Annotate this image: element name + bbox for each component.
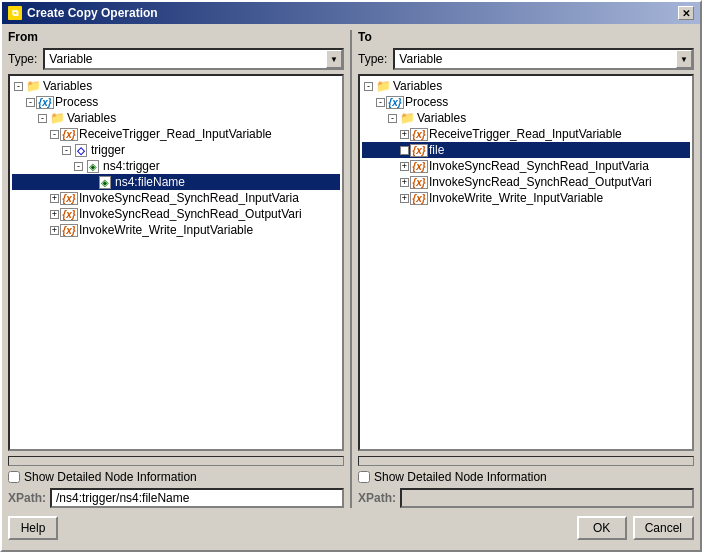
from-type-select[interactable]: Variable [43, 48, 344, 70]
panel-divider [350, 30, 352, 508]
node-label: Variables [43, 79, 92, 93]
node-icon: {x} [61, 207, 77, 221]
to-show-detail-checkbox[interactable] [358, 471, 370, 483]
node-icon: {x} [411, 191, 427, 205]
to-hscrollbar[interactable] [358, 456, 694, 466]
node-icon: {x} [37, 95, 53, 109]
tree-item[interactable]: ◈ns4:fileName [12, 174, 340, 190]
node-label: InvokeSyncRead_SynchRead_InputVaria [429, 159, 649, 173]
help-button[interactable]: Help [8, 516, 58, 540]
window-icon: ⧉ [8, 6, 22, 20]
from-title: From [8, 30, 344, 44]
to-title: To [358, 30, 694, 44]
node-label: ReceiveTrigger_Read_InputVariable [429, 127, 622, 141]
tree-item[interactable]: +{x}InvokeSyncRead_SynchRead_InputVaria [362, 158, 690, 174]
expand-icon[interactable]: + [50, 226, 59, 235]
node-label: InvokeSyncRead_SynchRead_OutputVari [429, 175, 652, 189]
node-icon: {x} [61, 191, 77, 205]
tree-item[interactable]: +{x}InvokeSyncRead_SynchRead_InputVaria [12, 190, 340, 206]
node-icon: 📁 [25, 79, 41, 93]
from-show-detail-row: Show Detailed Node Information [8, 470, 344, 484]
tree-item[interactable]: +{x}InvokeWrite_Write_InputVariable [12, 222, 340, 238]
expand-icon[interactable]: + [50, 210, 59, 219]
from-hscrollbar[interactable] [8, 456, 344, 466]
from-tree-panel[interactable]: -📁Variables-{x}Process-📁Variables-{x}Rec… [8, 74, 344, 451]
expand-icon[interactable]: + [400, 162, 409, 171]
tree-item[interactable]: -📁Variables [362, 78, 690, 94]
right-buttons: OK Cancel [577, 516, 694, 540]
expand-icon[interactable]: - [62, 146, 71, 155]
tree-item[interactable]: +{x}InvokeSyncRead_SynchRead_OutputVari [362, 174, 690, 190]
node-label: InvokeWrite_Write_InputVariable [429, 191, 603, 205]
node-icon: 📁 [399, 111, 415, 125]
tree-item[interactable]: -◈ns4:trigger [12, 158, 340, 174]
node-icon: 📁 [375, 79, 391, 93]
tree-item[interactable]: -◇trigger [12, 142, 340, 158]
tree-item[interactable]: -{x}Process [362, 94, 690, 110]
node-icon: {x} [411, 127, 427, 141]
expand-icon[interactable]: - [50, 130, 59, 139]
dialog-window: ⧉ Create Copy Operation ✕ From Type: Var… [0, 0, 702, 552]
to-tree-panel[interactable]: -📁Variables-{x}Process-📁Variables+{x}Rec… [358, 74, 694, 451]
tree-item[interactable]: +{x}InvokeWrite_Write_InputVariable [362, 190, 690, 206]
to-show-detail-row: Show Detailed Node Information [358, 470, 694, 484]
tree-item[interactable]: -{x}Process [12, 94, 340, 110]
expand-icon[interactable]: - [26, 98, 35, 107]
from-type-label: Type: [8, 52, 37, 66]
bottom-bar: Help OK Cancel [8, 512, 694, 544]
tree-item[interactable]: -📁Variables [362, 110, 690, 126]
to-type-select[interactable]: Variable [393, 48, 694, 70]
node-icon: {x} [411, 159, 427, 173]
from-type-select-wrapper[interactable]: Variable ▼ [43, 48, 344, 70]
to-type-label: Type: [358, 52, 387, 66]
expand-icon[interactable]: - [14, 82, 23, 91]
from-xpath-input[interactable] [50, 488, 344, 508]
expand-icon[interactable]: - [74, 162, 83, 171]
to-xpath-row: XPath: [358, 488, 694, 508]
node-icon: ◈ [85, 159, 101, 173]
tree-item[interactable]: -📁Variables [12, 110, 340, 126]
to-xpath-label: XPath: [358, 491, 396, 505]
expand-icon[interactable]: - [364, 82, 373, 91]
node-label: Process [405, 95, 448, 109]
from-xpath-label: XPath: [8, 491, 46, 505]
to-type-select-wrapper[interactable]: Variable ▼ [393, 48, 694, 70]
node-label: ns4:fileName [115, 175, 185, 189]
node-label: ns4:trigger [103, 159, 160, 173]
node-icon: {x} [61, 127, 77, 141]
tree-item[interactable]: -{x}ReceiveTrigger_Read_InputVariable [12, 126, 340, 142]
ok-button[interactable]: OK [577, 516, 627, 540]
tree-item[interactable]: +{x}ReceiveTrigger_Read_InputVariable [362, 126, 690, 142]
expand-icon[interactable]: + [400, 194, 409, 203]
to-show-detail-label: Show Detailed Node Information [374, 470, 547, 484]
node-icon: {x} [411, 175, 427, 189]
expand-icon[interactable]: - [38, 114, 47, 123]
node-label: InvokeSyncRead_SynchRead_OutputVari [79, 207, 302, 221]
node-icon: {x} [61, 223, 77, 237]
expand-icon[interactable]: - [388, 114, 397, 123]
node-icon: {x} [411, 143, 427, 157]
tree-item[interactable]: +{x}InvokeSyncRead_SynchRead_OutputVari [12, 206, 340, 222]
node-icon: 📁 [49, 111, 65, 125]
cancel-button[interactable]: Cancel [633, 516, 694, 540]
to-xpath-input[interactable] [400, 488, 694, 508]
expand-icon[interactable]: + [400, 146, 409, 155]
node-label: Variables [417, 111, 466, 125]
expand-icon[interactable]: + [400, 130, 409, 139]
panels-container: From Type: Variable ▼ -📁Variables-{x}Pro… [8, 30, 694, 508]
tree-item[interactable]: +{x}file [362, 142, 690, 158]
node-icon: {x} [387, 95, 403, 109]
tree-item[interactable]: -📁Variables [12, 78, 340, 94]
expand-icon[interactable]: - [376, 98, 385, 107]
expand-icon[interactable]: + [50, 194, 59, 203]
title-bar-content: ⧉ Create Copy Operation [8, 6, 158, 20]
node-label: InvokeSyncRead_SynchRead_InputVaria [79, 191, 299, 205]
expand-icon[interactable]: + [400, 178, 409, 187]
window-title: Create Copy Operation [27, 6, 158, 20]
from-xpath-row: XPath: [8, 488, 344, 508]
close-button[interactable]: ✕ [678, 6, 694, 20]
node-label: Process [55, 95, 98, 109]
node-icon: ◈ [97, 175, 113, 189]
from-show-detail-checkbox[interactable] [8, 471, 20, 483]
node-label: file [429, 143, 444, 157]
